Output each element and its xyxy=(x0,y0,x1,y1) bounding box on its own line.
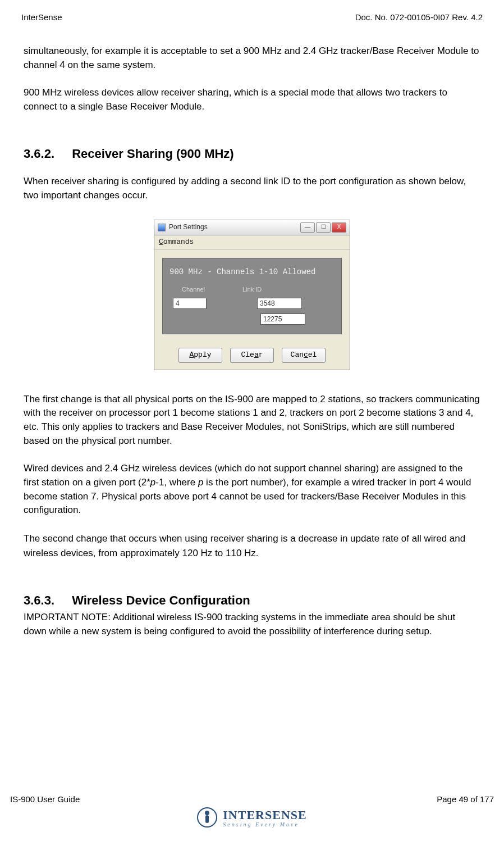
menu-mnemonic: C xyxy=(159,238,163,246)
close-button[interactable]: X xyxy=(332,222,346,233)
btn-label-rest: pply xyxy=(194,351,211,359)
paragraph: IMPORTANT NOTE: Additional wireless IS-9… xyxy=(24,611,480,638)
label-channel: Channel xyxy=(169,285,242,294)
btn-label-pre: Can xyxy=(291,351,304,359)
text-run: -1, where xyxy=(155,477,198,488)
svg-rect-2 xyxy=(205,815,209,823)
paragraph: 900 MHz wireless devices allow receiver … xyxy=(24,86,480,113)
menu-commands[interactable]: Commands xyxy=(154,235,350,250)
channel-input[interactable] xyxy=(173,298,207,309)
btn-label-pre: Cle xyxy=(241,351,254,359)
panel-caption: 900 MHz - Channels 1-10 Allowed xyxy=(169,266,335,278)
footer-right: Page 49 of 177 xyxy=(437,794,494,804)
var-p: p xyxy=(198,477,203,488)
settings-panel: 900 MHz - Channels 1-10 Allowed Channel … xyxy=(162,258,342,334)
linkid-1-input[interactable] xyxy=(257,298,302,309)
section-title: Receiver Sharing (900 MHz) xyxy=(72,147,234,161)
app-icon xyxy=(158,224,166,231)
paragraph: When receiver sharing is configured by a… xyxy=(24,175,480,202)
cancel-button[interactable]: Cancel xyxy=(282,348,326,363)
svg-point-1 xyxy=(205,811,209,815)
mnemonic: c xyxy=(304,351,308,359)
linkid-2-input[interactable] xyxy=(260,313,305,325)
header-right: Doc. No. 072-00105-0I07 Rev. 4.2 xyxy=(355,12,483,22)
maximize-button[interactable]: ☐ xyxy=(316,222,331,233)
minimize-button[interactable]: — xyxy=(300,222,315,233)
paragraph: Wired devices and 2.4 GHz wireless devic… xyxy=(24,462,480,517)
section-number: 3.6.2. xyxy=(24,145,68,163)
footer-brand: INTERSENSE xyxy=(223,808,306,822)
paragraph: The second change that occurs when using… xyxy=(24,531,480,561)
mnemonic: a xyxy=(254,351,259,359)
footer-left: IS-900 User Guide xyxy=(10,794,80,804)
btn-label-post: el xyxy=(308,351,317,359)
footer-logo: INTERSENSE Sensing Every Move xyxy=(0,807,504,828)
btn-label-post: r xyxy=(259,351,263,359)
dialog-title: Port Settings xyxy=(169,222,208,232)
dialog-titlebar[interactable]: Port Settings — ☐ X xyxy=(154,220,350,235)
menu-label-rest: ommands xyxy=(163,238,194,246)
paragraph: simultaneously, for example it is accept… xyxy=(24,44,480,72)
section-heading-363: 3.6.3. Wireless Device Configuration xyxy=(24,592,480,610)
header-left: InterSense xyxy=(21,12,62,22)
screenshot-figure: Port Settings — ☐ X Commands 900 MHz - C… xyxy=(24,220,480,370)
intersense-logo-icon xyxy=(197,807,217,828)
clear-button[interactable]: Clear xyxy=(230,348,274,363)
section-title: Wireless Device Configuration xyxy=(72,593,250,607)
section-number: 3.6.3. xyxy=(24,592,68,610)
section-heading-362: 3.6.2. Receiver Sharing (900 MHz) xyxy=(24,145,480,163)
label-linkid: Link ID xyxy=(242,285,262,294)
var-p: p xyxy=(150,477,155,488)
port-settings-dialog: Port Settings — ☐ X Commands 900 MHz - C… xyxy=(154,220,350,370)
footer-tagline: Sensing Every Move xyxy=(223,821,306,828)
apply-button[interactable]: Apply xyxy=(178,348,222,363)
paragraph: The first change is that all physical po… xyxy=(24,393,480,448)
